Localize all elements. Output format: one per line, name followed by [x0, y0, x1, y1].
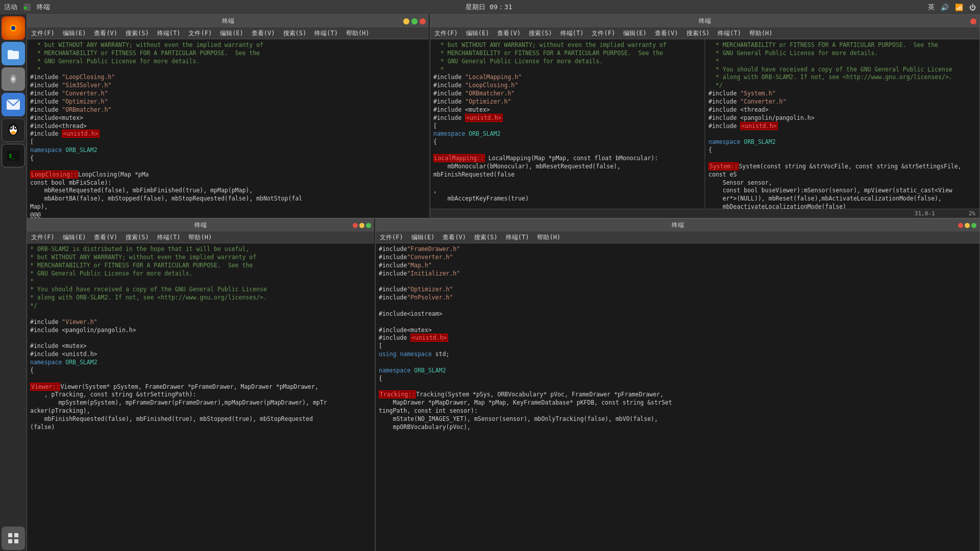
menu-help-br[interactable]: 帮助(H) — [535, 233, 562, 242]
terminal-bottom-left: 终端 文件(F) 编辑(E) 查看(V) 搜索(S) 终端(T) 帮助(H) — [27, 218, 375, 551]
terminal-bot-right-body[interactable]: #include"FrameDrawer.h" #include"Convert… — [376, 243, 979, 551]
menu-search-tl[interactable]: 搜索(S) — [124, 29, 151, 38]
menu-terminal2-tr[interactable]: 终端(T) — [716, 29, 743, 38]
terminal-top-right-controls — [970, 18, 976, 24]
menu-file-bl[interactable]: 文件(F) — [29, 233, 57, 242]
menu-help-tr[interactable]: 帮助(H) — [747, 29, 775, 38]
menu-terminal-tl[interactable]: 终端(T) — [155, 29, 183, 38]
sidebar-app-grid[interactable] — [2, 527, 25, 550]
sidebar-app-firefox[interactable] — [2, 16, 25, 40]
terminal-bot-left-title: 终端 — [194, 221, 207, 230]
menu-file-tr[interactable]: 文件(F) — [432, 29, 460, 38]
svg-rect-20 — [8, 539, 12, 543]
menu-view-tr[interactable]: 查看(V) — [495, 29, 523, 38]
svg-point-15 — [11, 131, 16, 134]
menu-view-bl[interactable]: 查看(V) — [92, 233, 119, 242]
sidebar-app-files[interactable] — [2, 42, 25, 65]
topbar-right: 英 🔊 📶 ⏻ — [928, 3, 976, 12]
svg-rect-18 — [8, 533, 12, 537]
terminal-icon-topbar[interactable]: ▶_ — [21, 2, 33, 13]
lang-switch[interactable]: 英 — [928, 3, 935, 12]
max-btn-bot-right[interactable] — [971, 223, 976, 228]
menu-edit-bl[interactable]: 编辑(E) — [61, 233, 88, 242]
svg-point-14 — [15, 127, 16, 129]
menu-view-tl[interactable]: 查看(V) — [92, 29, 119, 38]
close-button-top-left[interactable] — [420, 18, 426, 24]
terminal-top-right-menubar: 文件(F) 编辑(E) 查看(V) 搜索(S) 终端(T) 文件(F) 编辑(E… — [430, 28, 979, 39]
menu-view-br[interactable]: 查看(V) — [440, 233, 468, 242]
menu-search2-tr[interactable]: 搜索(S) — [684, 29, 712, 38]
terminal-top-left-title: 终端 — [222, 17, 234, 26]
volume-icon[interactable]: 🔊 — [941, 4, 949, 11]
sidebar: $_ — [0, 14, 27, 551]
terminal-bot-right-code: #include"FrameDrawer.h" #include"Convert… — [379, 245, 976, 432]
terminal-top-left-controls — [403, 18, 426, 24]
terminal-top-right-titlebar: 终端 — [430, 15, 979, 28]
menu-terminal-bl[interactable]: 终端(T) — [155, 233, 183, 242]
menu-edit2-tl[interactable]: 编辑(E) — [218, 29, 246, 38]
menu-view2-tl[interactable]: 查看(V) — [250, 29, 277, 38]
menu-search-br[interactable]: 搜索(S) — [472, 233, 500, 242]
terminal-bot-left-code: * ORB-SLAM2 is distributed in the hope t… — [30, 245, 371, 432]
svg-point-4 — [11, 26, 15, 30]
menu-file-tl[interactable]: 文件(F) — [29, 29, 57, 38]
svg-rect-6 — [8, 50, 13, 52]
menu-edit-br[interactable]: 编辑(E) — [409, 233, 437, 242]
minimize-button-top-left[interactable] — [403, 18, 409, 24]
terminal-top-right-left-pane[interactable]: * but WITHOUT ANY WARRANTY; without even… — [430, 39, 705, 209]
sidebar-app-mail[interactable] — [2, 93, 25, 116]
max-btn-bot-left[interactable] — [366, 223, 371, 228]
terminal-top-right-left-code: * but WITHOUT ANY WARRANTY; without even… — [433, 41, 701, 203]
menu-terminal-br[interactable]: 终端(T) — [504, 233, 531, 242]
close-btn-bot-left[interactable] — [353, 223, 358, 228]
menu-edit-tr[interactable]: 编辑(E) — [464, 29, 492, 38]
top-row: 终端 文件(F) 编辑(E) 查看(V) 搜索(S) 终端(T) 文件(F) 编… — [27, 14, 980, 218]
svg-rect-21 — [14, 539, 18, 543]
power-icon[interactable]: ⏻ — [969, 4, 976, 11]
menu-search-bl[interactable]: 搜索(S) — [124, 233, 151, 242]
menu-search-tr[interactable]: 搜索(S) — [527, 29, 554, 38]
terminal-top-left-body[interactable]: * but WITHOUT ANY WARRANTY; without even… — [27, 39, 429, 218]
menu-file2-tr[interactable]: 文件(F) — [590, 29, 617, 38]
terminal-top-left: 终端 文件(F) 编辑(E) 查看(V) 搜索(S) 终端(T) 文件(F) 编… — [27, 14, 430, 218]
sidebar-app-qq[interactable] — [2, 118, 25, 142]
terminal-top-left-code: * but WITHOUT ANY WARRANTY; without even… — [30, 41, 426, 218]
sidebar-app-settings[interactable] — [2, 67, 25, 91]
terminal-top-left-titlebar: 终端 — [27, 15, 429, 28]
menu-edit2-tr[interactable]: 编辑(E) — [621, 29, 649, 38]
terminal-bot-left-titlebar: 终端 — [27, 219, 374, 232]
terminal-top-right-title: 终端 — [699, 17, 711, 26]
terminal-bottom-right: 终端 文件(F) 编辑(E) 查看(V) 搜索(S) 终端(T) 帮助(H) — [375, 218, 980, 551]
maximize-button-top-left[interactable] — [411, 18, 418, 24]
menu-terminal2-tl[interactable]: 终端(T) — [312, 29, 340, 38]
svg-rect-5 — [8, 51, 19, 59]
terminal-bot-left-menubar: 文件(F) 编辑(E) 查看(V) 搜索(S) 终端(T) 帮助(H) — [27, 232, 374, 243]
menu-file2-tl[interactable]: 文件(F) — [186, 29, 214, 38]
menu-search2-tl[interactable]: 搜索(S) — [281, 29, 309, 38]
svg-text:▶_: ▶_ — [24, 5, 30, 10]
close-btn-bot-right[interactable] — [958, 223, 963, 228]
sidebar-app-terminal[interactable]: $_ — [2, 144, 25, 167]
terminal-label-topbar[interactable]: 终端 — [37, 3, 50, 12]
menu-help-bl[interactable]: 帮助(H) — [186, 233, 214, 242]
terminal-bot-right-controls — [958, 223, 976, 228]
activities-label[interactable]: 活动 — [4, 3, 17, 12]
terminal-bot-right-title: 终端 — [672, 221, 684, 230]
terminal-bot-left-controls — [353, 223, 371, 228]
statusbar-text-tr: 31,0-1 2% — [915, 210, 975, 217]
menu-file-br[interactable]: 文件(F) — [378, 233, 405, 242]
svg-rect-19 — [14, 533, 18, 537]
topbar: 活动 ▶_ 终端 星期日 09：31 英 🔊 📶 ⏻ — [0, 0, 980, 14]
terminal-bot-left-body[interactable]: * ORB-SLAM2 is distributed in the hope t… — [27, 243, 374, 551]
menu-help-tl[interactable]: 帮助(H) — [344, 29, 372, 38]
menu-view2-tr[interactable]: 查看(V) — [653, 29, 680, 38]
close-button-top-right[interactable] — [970, 18, 976, 24]
terminal-top-right-right-pane[interactable]: * MERCHANTABILITY or FITNESS FOR A PARTI… — [705, 39, 979, 209]
terminal-top-right-right-code: * MERCHANTABILITY or FITNESS FOR A PARTI… — [708, 41, 976, 209]
topbar-center: 星期日 09：31 — [465, 3, 512, 12]
min-btn-bot-right[interactable] — [965, 223, 970, 228]
menu-edit-tl[interactable]: 编辑(E) — [61, 29, 88, 38]
min-btn-bot-left[interactable] — [359, 223, 364, 228]
menu-terminal-tr[interactable]: 终端(T) — [558, 29, 586, 38]
terminal-top-left-menubar: 文件(F) 编辑(E) 查看(V) 搜索(S) 终端(T) 文件(F) 编辑(E… — [27, 28, 429, 39]
